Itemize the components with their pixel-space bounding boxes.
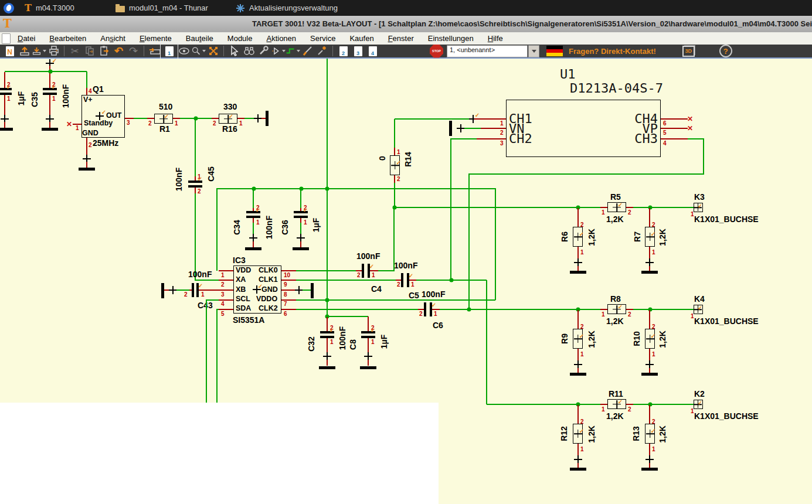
wire[interactable] (600, 309, 607, 310)
component-value[interactable]: 100nF (356, 252, 380, 260)
component-value[interactable]: 1,2K (658, 331, 667, 348)
component-value[interactable]: 100nF (62, 84, 70, 108)
wire[interactable] (440, 309, 469, 310)
wire[interactable] (5, 71, 87, 72)
wire[interactable] (253, 218, 254, 223)
wire[interactable] (600, 404, 607, 405)
wire[interactable] (195, 119, 196, 176)
wire[interactable] (147, 118, 154, 119)
wire[interactable] (418, 309, 424, 310)
wire[interactable] (577, 208, 579, 227)
component-name[interactable]: C8 (349, 339, 357, 350)
component-name[interactable]: U1 (560, 67, 576, 81)
component-name[interactable]: R16 (222, 125, 237, 133)
wire[interactable] (195, 280, 219, 281)
component-name[interactable]: R9 (560, 333, 569, 344)
ground-symbol[interactable] (245, 247, 261, 250)
wire[interactable] (86, 162, 87, 168)
search-binoculars-icon[interactable] (242, 45, 256, 57)
component-part[interactable]: K1X01_BUCHSE (694, 317, 759, 325)
resistor-r11[interactable] (607, 399, 626, 409)
terminal-bar[interactable] (161, 283, 164, 298)
component-value[interactable]: 1µF (380, 335, 388, 349)
component-value[interactable]: 100nF (265, 216, 273, 239)
wire[interactable] (469, 173, 704, 175)
wire[interactable] (300, 241, 301, 247)
page-4-icon[interactable]: 4 (365, 45, 380, 57)
wire[interactable] (212, 118, 219, 119)
component-name[interactable]: R12 (560, 426, 568, 441)
wire[interactable] (217, 188, 495, 189)
component-name[interactable]: R13 (632, 426, 640, 441)
component-name[interactable]: C6 (433, 321, 443, 329)
wire[interactable] (219, 309, 233, 310)
capacitor-plate[interactable] (192, 283, 194, 297)
wire[interactable] (195, 176, 196, 181)
wire[interactable] (396, 280, 401, 281)
wire[interactable] (450, 138, 451, 280)
wire[interactable] (661, 138, 688, 139)
wire[interactable] (195, 193, 196, 280)
new-file-icon[interactable]: N (2, 45, 17, 57)
component-name[interactable]: C35 (30, 92, 39, 107)
wire[interactable] (368, 316, 369, 331)
wire[interactable] (395, 118, 473, 120)
component-value[interactable]: 1,2K (606, 317, 624, 325)
wire[interactable] (633, 207, 694, 208)
sheet-selector[interactable]: 1, <unbenannt> (447, 45, 528, 57)
wire[interactable] (487, 404, 600, 405)
schematic-canvas[interactable]: 2 1 1µF C35 2 1 100nF 4 Q1 V+ OUT 3 Stan… (0, 59, 812, 504)
wire[interactable] (474, 118, 506, 120)
component-name[interactable]: Q1 (93, 85, 104, 93)
component-name[interactable]: IC3 (233, 256, 246, 264)
component-value[interactable]: 1,2K (658, 425, 667, 443)
wire[interactable] (195, 188, 196, 193)
ground-symbol[interactable] (570, 468, 586, 471)
fit-view-icon[interactable] (206, 45, 220, 57)
page-2-icon[interactable]: 2 (336, 45, 351, 57)
component-value[interactable]: 100nF (338, 326, 346, 350)
wire[interactable] (281, 270, 296, 271)
pen-icon[interactable] (300, 45, 315, 57)
wire[interactable] (216, 309, 218, 403)
wire[interactable] (173, 118, 180, 119)
component-name[interactable]: R7 (633, 231, 641, 242)
wire[interactable] (253, 241, 254, 247)
menu-service[interactable]: Service (303, 34, 342, 43)
component-name[interactable]: C32 (307, 336, 315, 352)
component-value[interactable]: 1µF (312, 218, 320, 232)
menu-aktionen[interactable]: Aktionen (259, 34, 303, 43)
wire[interactable] (281, 290, 296, 291)
wire[interactable] (370, 270, 378, 271)
ground-symbol[interactable] (360, 366, 376, 369)
wire[interactable] (481, 128, 506, 129)
wire[interactable] (261, 118, 266, 119)
wire[interactable] (327, 316, 368, 317)
terminal-bar[interactable] (449, 121, 452, 136)
wire[interactable] (577, 310, 579, 329)
ground-symbol[interactable] (0, 128, 13, 131)
component-part[interactable]: K1X01_BUCHSE (694, 215, 759, 223)
resistor-r8[interactable] (607, 304, 626, 314)
wire[interactable] (199, 290, 219, 291)
component-value[interactable]: 510 (159, 103, 172, 111)
cube-3d-icon[interactable]: 3D (682, 46, 695, 57)
component-part[interactable]: SI5351A (233, 316, 264, 324)
wire[interactable] (486, 280, 487, 404)
wire[interactable] (688, 138, 704, 139)
wire[interactable] (633, 404, 694, 405)
wire[interactable] (394, 148, 395, 155)
wire[interactable] (703, 138, 704, 174)
component-value[interactable]: 1,2K (606, 215, 624, 223)
component-part[interactable]: K1X01_BUCHSE (694, 412, 759, 420)
german-flag-icon[interactable] (546, 46, 563, 56)
component-value[interactable]: 100nF (188, 270, 212, 278)
component-value[interactable]: 100nF (175, 168, 183, 191)
wire[interactable] (649, 310, 650, 329)
ground-symbol[interactable] (319, 366, 335, 369)
menu-datei[interactable]: Datei (11, 34, 42, 43)
wire[interactable] (495, 188, 496, 300)
wire[interactable] (432, 309, 440, 310)
stop-icon[interactable]: STOP (430, 45, 443, 58)
menu-fenster[interactable]: Fenster (381, 34, 421, 43)
